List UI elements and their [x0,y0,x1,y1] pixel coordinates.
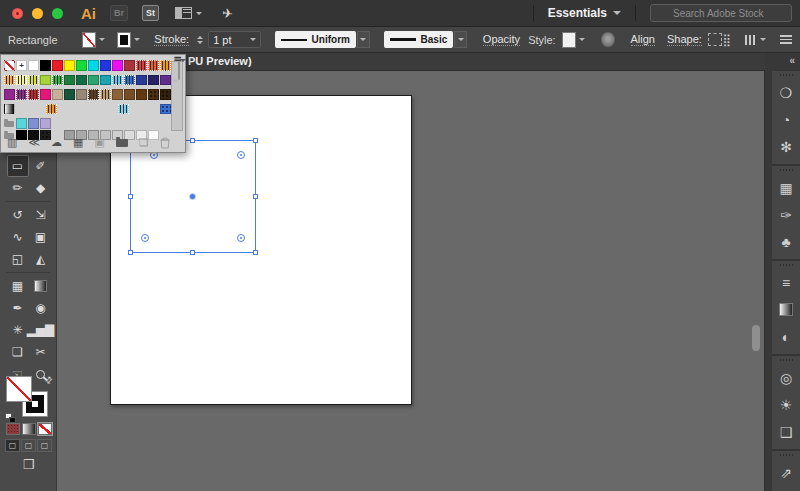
layers-panel-icon[interactable]: ❖ [772,486,800,491]
swatch[interactable] [148,89,159,100]
swatch[interactable] [4,104,15,115]
brush-definition-dropdown[interactable]: Basic [384,31,454,48]
rotate-tool[interactable]: ↺ [7,204,29,226]
swatch[interactable] [88,89,99,100]
swatch[interactable] [40,60,51,71]
width-tool[interactable]: ∿ [7,226,29,248]
document-tab[interactable]: PU Preview) [188,55,252,67]
swatch[interactable] [4,60,15,71]
swatch[interactable] [64,60,75,71]
symbols-panel-icon[interactable]: ♣ [772,228,800,255]
swatch[interactable]: + [16,60,27,71]
eraser-tool[interactable]: ◆ [30,177,52,199]
stroke-chevron-icon[interactable] [134,38,140,41]
document-layout-icon[interactable] [745,35,766,45]
fill-chevron-icon[interactable] [99,38,105,41]
align-link[interactable]: Align [631,33,655,46]
selected-rectangle[interactable] [130,140,256,253]
opacity-link[interactable]: Opacity [483,33,520,46]
corner-radius-widget[interactable] [237,234,245,242]
color-guide-panel-icon[interactable]: ◔ [772,106,800,133]
swatch[interactable] [40,118,51,129]
selection-handle[interactable] [190,138,195,143]
swatch[interactable] [160,60,171,71]
canvas-vertical-scrollbar[interactable] [752,325,760,351]
zoom-window-button[interactable] [52,8,63,19]
stroke-weight-stepper[interactable] [197,36,203,44]
artboard-tool[interactable]: ❏ [7,341,29,363]
shape-transform-icon[interactable] [708,33,722,46]
swatch[interactable] [124,89,135,100]
workspace-switcher[interactable]: Essentials [548,6,607,20]
swatch[interactable] [40,89,51,100]
swatch[interactable] [100,75,111,86]
swatch[interactable] [4,75,15,86]
swatch[interactable] [28,60,39,71]
swap-fill-stroke-icon[interactable]: ⇄ [43,374,55,386]
swatch[interactable] [124,75,135,86]
brush-chevron-icon[interactable] [454,31,467,48]
minimize-window-button[interactable] [32,8,43,19]
swatch[interactable] [88,75,99,86]
recolor-artwork-icon[interactable] [601,32,614,47]
swatch[interactable] [52,89,63,100]
swatch[interactable] [136,75,147,86]
swatch[interactable] [148,60,159,71]
draw-inside-button[interactable]: ▢ [37,439,52,452]
shape-builder-tool[interactable]: ◱ [7,248,29,270]
draw-normal-button[interactable]: ▢ [5,439,20,452]
swatch[interactable] [160,89,171,100]
swatch-kinds-grid-icon[interactable]: ▦ [73,136,83,149]
selection-handle[interactable] [190,250,195,255]
stock-button[interactable]: St [142,5,159,21]
arrange-documents-icon[interactable] [175,7,192,19]
selection-handle[interactable] [253,138,258,143]
show-swatch-kinds-icon[interactable]: ≪ [28,136,40,149]
swatch-libraries-menu-icon[interactable]: ▥ [7,136,17,149]
control-panel-menu-icon[interactable] [780,35,792,44]
object-center-point[interactable] [190,194,195,199]
gradient-tool[interactable] [30,275,52,297]
fill-color-swatch[interactable] [82,32,96,48]
default-fill-stroke-icon[interactable] [5,413,16,423]
bridge-button[interactable]: Br [110,5,128,21]
stroke-color-swatch[interactable] [117,32,131,48]
delete-swatch-icon[interactable] [160,137,170,149]
graphic-styles-panel-icon[interactable]: ❑ [772,418,800,445]
gpu-performance-rocket-icon[interactable]: ✈ [221,5,234,21]
swatch[interactable] [76,60,87,71]
brushes-panel-icon[interactable]: ✑ [772,201,800,228]
corner-radius-widget[interactable] [141,234,149,242]
swatch-options-icon[interactable]: ▣ [94,136,104,149]
swatches-scrollbar[interactable] [171,61,183,131]
color-panel-icon[interactable]: ❍ [772,79,800,106]
swatch[interactable] [52,60,63,71]
color-group-folder-icon[interactable] [4,118,15,129]
selection-handle[interactable] [128,250,133,255]
mesh-tool[interactable]: ▦ [7,275,29,297]
swatch[interactable] [76,75,87,86]
expand-panels-icon[interactable]: « [789,55,794,66]
swatch[interactable] [112,60,123,71]
swatch[interactable] [100,89,111,100]
add-to-cc-library-icon[interactable]: ☁ [51,136,62,149]
swatch[interactable] [88,60,99,71]
swatch[interactable] [64,75,75,86]
swatch[interactable] [40,75,51,86]
gradient-button[interactable] [22,423,36,435]
swatch[interactable] [100,60,111,71]
workspace-chevron-icon[interactable] [613,11,621,15]
gradient-panel-icon[interactable] [772,296,800,323]
eyedropper-tool[interactable]: ✒ [7,297,29,319]
arrange-documents-grid-icon[interactable]: ⣿ [722,33,731,47]
swatch[interactable] [16,89,27,100]
variable-width-profile-dropdown[interactable]: Uniform [275,31,356,48]
color-button[interactable] [6,423,20,435]
swatch[interactable] [52,75,63,86]
appearance-panel-icon[interactable]: ☀ [772,391,800,418]
arrange-documents-chevron-icon[interactable] [196,12,202,15]
scale-tool[interactable]: ⇲ [30,204,52,226]
swatch[interactable] [16,118,27,129]
free-transform-tool[interactable]: ▣ [30,226,52,248]
style-chevron-icon[interactable] [579,38,585,41]
